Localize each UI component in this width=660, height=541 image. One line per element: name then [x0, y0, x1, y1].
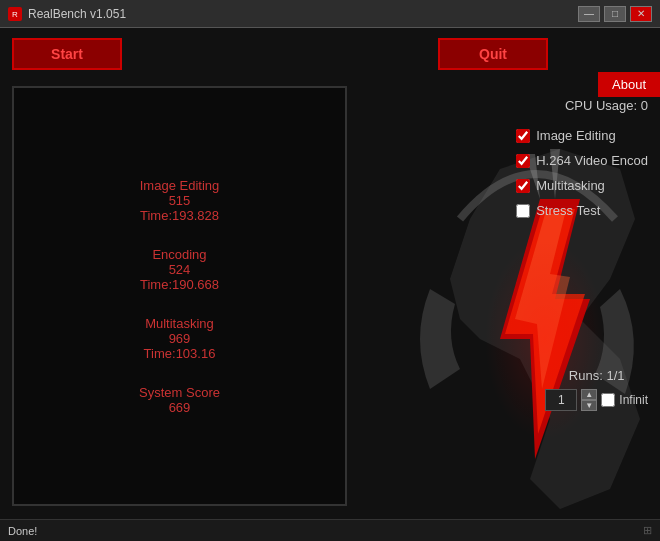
status-bar: Done! ⊞ — [0, 519, 660, 541]
runs-label: Runs: 1/1 — [545, 368, 648, 383]
checkbox-image-editing[interactable] — [516, 129, 530, 143]
checkbox-label-h264: H.264 Video Encod — [536, 153, 648, 168]
main-content: About Start Quit CPU Usage: 0 Image Edit… — [0, 28, 660, 541]
minimize-button[interactable]: — — [578, 6, 600, 22]
stat-block-image-editing: Image Editing 515 Time:193.828 — [140, 178, 220, 223]
stat-label-system-score: System Score — [139, 385, 220, 400]
maximize-button[interactable]: □ — [604, 6, 626, 22]
cpu-label: CPU Usage: — [565, 98, 637, 113]
runs-input[interactable] — [545, 389, 577, 411]
runs-spinner: ▲ ▼ — [581, 389, 597, 411]
checkbox-label-stress: Stress Test — [536, 203, 600, 218]
checkbox-h264[interactable] — [516, 154, 530, 168]
runs-controls: ▲ ▼ Infinit — [545, 389, 648, 411]
close-button[interactable]: ✕ — [630, 6, 652, 22]
checkboxes-panel: Image Editing H.264 Video Encod Multitas… — [516, 128, 648, 228]
title-bar-left: R RealBench v1.051 — [8, 7, 126, 21]
title-controls: — □ ✕ — [578, 6, 652, 22]
window-title: RealBench v1.051 — [28, 7, 126, 21]
app-icon: R — [8, 7, 22, 21]
stat-value-system-score: 669 — [139, 400, 220, 415]
infinite-checkbox[interactable] — [601, 393, 615, 407]
checkbox-item-h264: H.264 Video Encod — [516, 153, 648, 168]
cpu-value: 0 — [641, 98, 648, 113]
infinite-label: Infinit — [619, 393, 648, 407]
stat-block-system-score: System Score 669 — [139, 385, 220, 415]
checkbox-item-image-editing: Image Editing — [516, 128, 648, 143]
checkbox-label-image-editing: Image Editing — [536, 128, 616, 143]
stat-label-encoding: Encoding — [140, 247, 219, 262]
title-bar: R RealBench v1.051 — □ ✕ — [0, 0, 660, 28]
about-button[interactable]: About — [598, 72, 660, 97]
stat-time-image-editing: Time:193.828 — [140, 208, 220, 223]
stat-time-encoding: Time:190.668 — [140, 277, 219, 292]
checkbox-item-stress: Stress Test — [516, 203, 648, 218]
display-panel: Image Editing 515 Time:193.828 Encoding … — [12, 86, 347, 506]
status-icon: ⊞ — [643, 524, 652, 537]
stat-value-encoding: 524 — [140, 262, 219, 277]
cpu-usage: CPU Usage: 0 — [565, 98, 648, 113]
runs-panel: Runs: 1/1 ▲ ▼ Infinit — [545, 368, 648, 411]
stat-value-multitasking: 969 — [144, 331, 216, 346]
stat-label-multitasking: Multitasking — [144, 316, 216, 331]
stat-time-multitasking: Time:103.16 — [144, 346, 216, 361]
svg-text:R: R — [12, 10, 18, 19]
status-text: Done! — [8, 525, 37, 537]
start-button[interactable]: Start — [12, 38, 122, 70]
infinite-checkbox-container: Infinit — [601, 393, 648, 407]
stat-block-encoding: Encoding 524 Time:190.668 — [140, 247, 219, 292]
spin-down-button[interactable]: ▼ — [581, 400, 597, 411]
stat-block-multitasking: Multitasking 969 Time:103.16 — [144, 316, 216, 361]
checkbox-stress[interactable] — [516, 204, 530, 218]
stat-value-image-editing: 515 — [140, 193, 220, 208]
spin-up-button[interactable]: ▲ — [581, 389, 597, 400]
checkbox-item-multitasking: Multitasking — [516, 178, 648, 193]
toolbar: Start Quit — [0, 28, 660, 80]
checkbox-multitasking[interactable] — [516, 179, 530, 193]
checkbox-label-multitasking: Multitasking — [536, 178, 605, 193]
stat-label-image-editing: Image Editing — [140, 178, 220, 193]
quit-button[interactable]: Quit — [438, 38, 548, 70]
